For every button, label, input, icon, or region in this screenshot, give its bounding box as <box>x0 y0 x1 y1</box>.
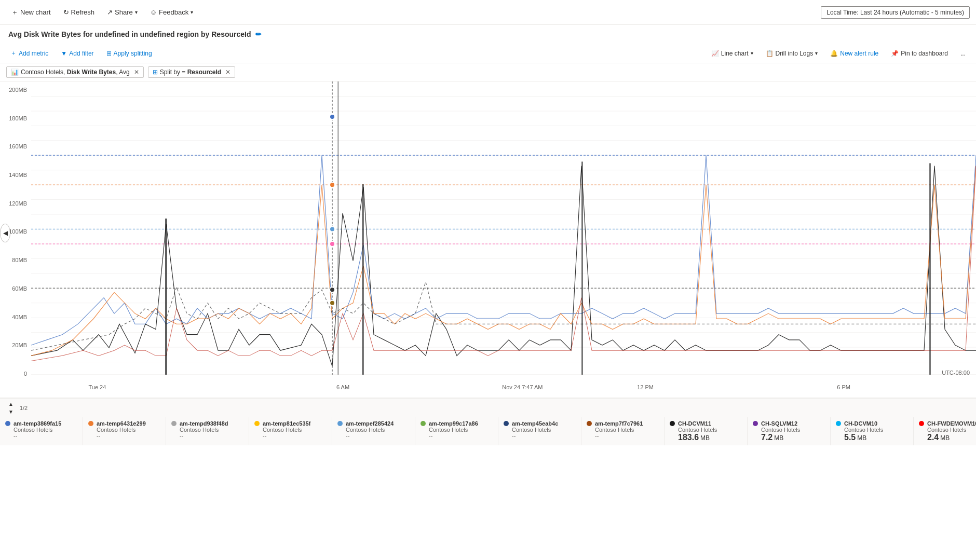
legend-name-2: am-tempd938f48d <box>180 420 228 427</box>
chevron-down-icon: ▾ <box>135 9 138 15</box>
legend-page-up[interactable]: ▲ <box>6 401 16 407</box>
apply-splitting-button[interactable]: ⊞ Apply splitting <box>102 48 156 59</box>
split-tag-text: Split by = ResourceId <box>160 69 221 76</box>
legend-name-9: CH-SQLVM12 <box>761 420 797 427</box>
legend-item-10[interactable]: CH-DCVM10 Contoso Hotels 5.5 MB <box>831 417 914 445</box>
legend-panel: ▲ ▼ 1/2 am-temp3869fa15 Contoso Hotels -… <box>0 398 976 445</box>
refresh-label: Refresh <box>71 8 95 16</box>
drill-logs-label: Drill into Logs <box>776 50 814 57</box>
pin-to-dashboard-button[interactable]: 📌 Pin to dashboard <box>887 48 952 59</box>
legend-item-11[interactable]: CH-FWDEMOVM10 Contoso Hotels 2.4 MB <box>914 417 976 445</box>
drill-into-logs-button[interactable]: 📋 Drill into Logs ▾ <box>762 48 822 59</box>
legend-color-2 <box>171 421 177 426</box>
legend-sub-6: Contoso Hotels <box>512 427 576 433</box>
chart-title-bar: Avg Disk Write Bytes for undefined in un… <box>0 25 976 44</box>
add-filter-button[interactable]: ▼ Add filter <box>57 48 98 59</box>
legend-value-0: -- <box>13 433 77 439</box>
line-chart-label: Line chart <box>721 50 749 57</box>
legend-item-7[interactable]: am-temp7f7c7961 Contoso Hotels -- <box>581 417 665 445</box>
legend-item-9[interactable]: CH-SQLVM12 Contoso Hotels 7.2 MB <box>748 417 831 445</box>
add-metric-button[interactable]: ＋ Add metric <box>6 47 52 60</box>
legend-name-4: am-tempef285424 <box>346 420 394 427</box>
legend-value-7: -- <box>595 433 659 439</box>
svg-rect-29 <box>929 163 931 374</box>
metrics-toolbar: ＋ Add metric ▼ Add filter ⊞ Apply splitt… <box>0 44 976 63</box>
chevron-down-icon2: ▾ <box>191 9 193 15</box>
svg-point-36 <box>330 301 335 306</box>
new-chart-button[interactable]: ＋ New chart <box>6 5 56 20</box>
new-alert-rule-button[interactable]: 🔔 New alert rule <box>826 48 883 59</box>
feedback-button[interactable]: ☺ Feedback ▾ <box>145 5 198 19</box>
legend-color-1 <box>88 421 93 426</box>
line-chart-icon: 📈 <box>711 50 719 57</box>
legend-item-2[interactable]: am-tempd938f48d Contoso Hotels -- <box>166 417 249 445</box>
legend-value-2: -- <box>180 433 243 439</box>
legend-item-0[interactable]: am-temp3869fa15 Contoso Hotels -- <box>0 417 83 445</box>
tags-row: 📊 Contoso Hotels, Disk Write Bytes, Avg … <box>0 63 976 81</box>
apply-splitting-label: Apply splitting <box>114 50 152 57</box>
logs-chevron: ▾ <box>815 50 818 56</box>
legend-item-3[interactable]: am-temp81ec535f Contoso Hotels -- <box>249 417 332 445</box>
ellipsis-icon: ... <box>960 50 966 57</box>
legend-sub-2: Contoso Hotels <box>180 427 243 433</box>
add-metric-label: Add metric <box>19 50 48 57</box>
edit-title-icon[interactable]: ✏ <box>255 30 262 38</box>
refresh-icon: ↻ <box>63 8 69 16</box>
filter-icon: ▼ <box>61 50 67 57</box>
legend-sub-3: Contoso Hotels <box>263 427 327 433</box>
split-tag-close[interactable]: ✕ <box>225 69 231 76</box>
chart-nav-left[interactable]: ◀ <box>0 224 10 242</box>
legend-name-10: CH-DCVM10 <box>844 420 877 427</box>
split-tag: ⊞ Split by = ResourceId ✕ <box>148 66 235 78</box>
svg-point-33 <box>330 226 335 231</box>
legend-name-11: CH-FWDEMOVM10 <box>927 420 976 427</box>
metric-tag-close[interactable]: ✕ <box>134 69 139 76</box>
legend-color-8 <box>670 421 675 426</box>
legend-page-down[interactable]: ▼ <box>6 408 16 415</box>
legend-value-5: -- <box>429 433 493 439</box>
chart-title: Avg Disk Write Bytes for undefined in un… <box>8 30 251 38</box>
legend-value-10: 5.5 MB <box>844 433 908 442</box>
legend-name-7: am-temp7f7c7961 <box>595 420 643 427</box>
refresh-button[interactable]: ↻ Refresh <box>58 5 100 19</box>
legend-sub-9: Contoso Hotels <box>761 427 825 433</box>
metrics-right-actions: 📈 Line chart ▾ 📋 Drill into Logs ▾ 🔔 New… <box>707 48 970 59</box>
legend-value-4: -- <box>346 433 410 439</box>
line-chart-button[interactable]: 📈 Line chart ▾ <box>707 48 757 59</box>
legend-color-0 <box>5 421 10 426</box>
svg-rect-27 <box>362 184 364 375</box>
x-axis: Tue 24 6 AM Nov 24 7:47 AM 12 PM 6 PM <box>31 377 976 398</box>
time-range-display[interactable]: Local Time: Last 24 hours (Automatic - 5… <box>821 6 970 19</box>
y-label-100: 100MB <box>9 228 27 235</box>
share-button[interactable]: ↗ Share ▾ <box>102 5 143 19</box>
legend-name-6: am-temp45eab4c <box>512 420 558 427</box>
x-label-6pm: 6 PM <box>837 384 850 390</box>
y-label-200: 200MB <box>9 87 27 93</box>
y-label-180: 180MB <box>9 115 27 121</box>
legend-color-4 <box>337 421 343 426</box>
chart-svg-area[interactable] <box>31 81 976 377</box>
metric-tag-text: Contoso Hotels, Disk Write Bytes, Avg <box>21 69 130 76</box>
legend-item-8[interactable]: CH-DCVM11 Contoso Hotels 183.6 MB <box>665 417 748 445</box>
legend-item-6[interactable]: am-temp45eab4c Contoso Hotels -- <box>498 417 581 445</box>
legend-nav: ▲ ▼ 1/2 <box>0 399 976 417</box>
legend-color-11 <box>919 421 924 426</box>
pin-icon: 📌 <box>891 50 899 57</box>
legend-color-10 <box>836 421 841 426</box>
y-label-20: 20MB <box>12 342 27 348</box>
share-label: Share <box>115 8 133 16</box>
line-chart-chevron: ▾ <box>751 50 753 56</box>
y-label-80: 80MB <box>12 257 27 263</box>
legend-name-3: am-temp81ec535f <box>263 420 310 427</box>
legend-sub-4: Contoso Hotels <box>346 427 410 433</box>
feedback-label: Feedback <box>159 8 188 16</box>
legend-item-1[interactable]: am-temp6431e299 Contoso Hotels -- <box>83 417 166 445</box>
x-label-12pm: 12 PM <box>637 384 654 390</box>
legend-item-5[interactable]: am-temp99c17a86 Contoso Hotels -- <box>415 417 498 445</box>
legend-value-6: -- <box>512 433 576 439</box>
more-options-button[interactable]: ... <box>956 48 970 59</box>
legend-item-4[interactable]: am-tempef285424 Contoso Hotels -- <box>332 417 415 445</box>
y-label-0: 0 <box>24 371 27 377</box>
new-chart-label: New chart <box>20 8 51 16</box>
legend-name-0: am-temp3869fa15 <box>13 420 61 427</box>
